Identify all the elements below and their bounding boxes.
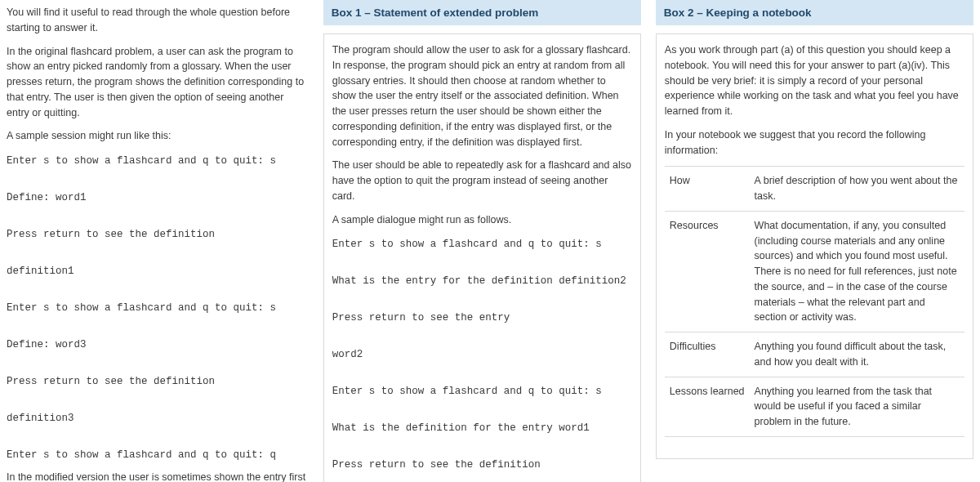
notebook-row: HowA brief description of how you went a… [665, 167, 964, 212]
box2-body: As you work through part (a) of this que… [656, 33, 973, 459]
intro-sample-session: Enter s to show a flashcard and q to qui… [7, 152, 309, 465]
box1-p3: A sample dialogue might run as follows. [332, 212, 632, 228]
notebook-key: Resources [665, 211, 750, 332]
box1-p1: The program should allow the user to ask… [332, 42, 632, 150]
intro-original-problem: In the original flashcard problem, a use… [7, 44, 309, 121]
box1-sample-dialogue: Enter s to show a flashcard and q to qui… [332, 235, 632, 482]
box2-title: Box 2 – Keeping a notebook [656, 0, 973, 25]
notebook-value: Anything you found difficult about the t… [750, 332, 964, 377]
notebook-key: Difficulties [665, 332, 750, 377]
intro-sample-label: A sample session might run like this: [7, 128, 309, 144]
intro-tip: You will find it useful to read through … [7, 5, 309, 36]
box1-title: Box 1 – Statement of extended problem [323, 0, 641, 25]
notebook-key: How [665, 167, 750, 212]
notebook-row: DifficultiesAnything you found difficult… [665, 332, 964, 377]
notebook-value: Anything you learned from the task that … [750, 377, 964, 436]
notebook-table: HowA brief description of how you went a… [665, 166, 964, 437]
right-column: Box 2 – Keeping a notebook As you work t… [656, 0, 973, 482]
box2-p2: In your notebook we suggest that you rec… [665, 127, 964, 158]
intro-column: You will find it useful to read through … [7, 0, 309, 482]
notebook-row: Lessons learnedAnything you learned from… [665, 377, 964, 436]
notebook-key: Lessons learned [665, 377, 750, 436]
notebook-value: What documentation, if any, you consulte… [750, 211, 964, 332]
box1-body: The program should allow the user to ask… [323, 33, 641, 482]
notebook-row: ResourcesWhat documentation, if any, you… [665, 211, 964, 332]
box1-column: Box 1 – Statement of extended problem Th… [323, 0, 641, 482]
box2-p1: As you work through part (a) of this que… [665, 42, 964, 119]
notebook-value: A brief description of how you went abou… [750, 167, 964, 212]
box1-p2: The user should be able to repeatedly as… [332, 158, 632, 203]
intro-modified-desc: In the modified version the user is some… [7, 470, 309, 483]
